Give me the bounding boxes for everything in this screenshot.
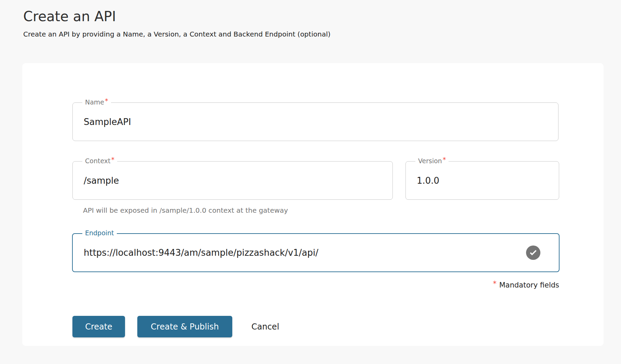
mandatory-fields-note: *Mandatory fields: [492, 281, 559, 289]
cancel-button[interactable]: Cancel: [242, 316, 289, 337]
create-and-publish-button[interactable]: Create & Publish: [137, 316, 232, 337]
context-field-container: Context*: [72, 161, 393, 200]
page-subtitle: Create an API by providing a Name, a Ver…: [23, 30, 331, 38]
create-button[interactable]: Create: [72, 316, 125, 337]
name-field-label: Name*: [82, 98, 111, 106]
endpoint-field-container: Endpoint: [72, 233, 560, 272]
context-input[interactable]: [73, 162, 392, 199]
required-asterisk: *: [105, 97, 108, 104]
required-asterisk: *: [111, 156, 114, 163]
endpoint-field-label: Endpoint: [82, 229, 117, 237]
name-field-container: Name*: [72, 102, 558, 141]
context-helper-text: API will be exposed in /sample/1.0.0 con…: [83, 206, 288, 214]
required-asterisk: *: [443, 156, 446, 163]
version-field-container: Version*: [405, 161, 559, 200]
required-asterisk: *: [493, 280, 497, 288]
name-label-text: Name: [85, 98, 104, 106]
context-label-text: Context: [85, 157, 110, 165]
endpoint-input[interactable]: [73, 234, 559, 271]
version-label-text: Version: [418, 157, 442, 165]
create-api-card: Name* Context* Version* API will be expo…: [22, 63, 604, 346]
check-circle-icon[interactable]: [526, 246, 540, 260]
version-input[interactable]: [406, 162, 559, 199]
mandatory-fields-text: Mandatory fields: [499, 281, 559, 289]
page-title: Create an API: [23, 8, 331, 25]
version-field-label: Version*: [415, 157, 449, 165]
page-header: Create an API Create an API by providing…: [23, 8, 331, 38]
endpoint-label-text: Endpoint: [85, 229, 114, 237]
context-field-label: Context*: [82, 157, 117, 165]
action-buttons-row: Create Create & Publish Cancel: [72, 316, 289, 337]
name-input[interactable]: [73, 103, 558, 141]
